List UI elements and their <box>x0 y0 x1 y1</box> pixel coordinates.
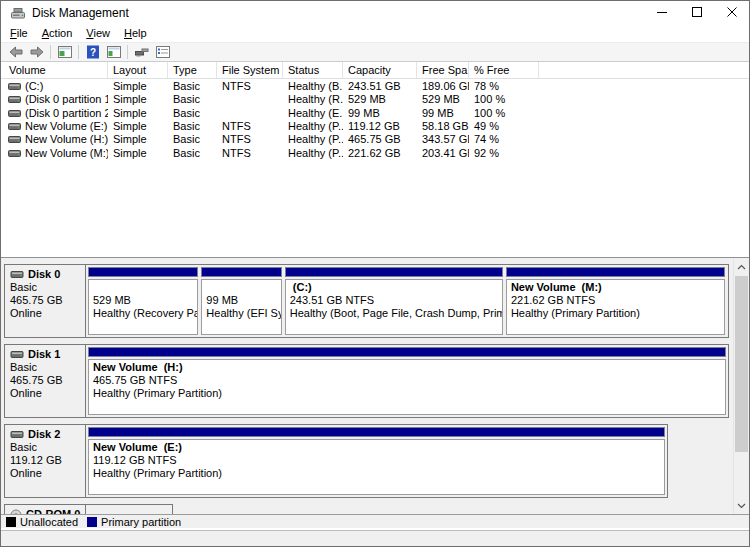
cell-volume: New Volume (E:) <box>1 120 108 133</box>
forward-button[interactable] <box>26 43 47 61</box>
minimize-button[interactable] <box>644 1 679 24</box>
volume-row[interactable]: (C:)SimpleBasicNTFSHealthy (B...243.51 G… <box>1 80 749 93</box>
cell-layout: Simple <box>108 80 168 93</box>
properties-list-button[interactable] <box>152 43 173 61</box>
volume-list: (C:)SimpleBasicNTFSHealthy (B...243.51 G… <box>1 79 749 160</box>
console-tree-button[interactable] <box>54 43 75 61</box>
disk-row-disk-0: Disk 0Basic465.75 GBOnline529 MBHealthy … <box>4 264 729 338</box>
disk-name: Disk 2 <box>28 428 60 441</box>
column-header-layout[interactable]: Layout <box>108 62 168 78</box>
volume-row[interactable]: (Disk 0 partition 2)SimpleBasicHealthy (… <box>1 107 749 120</box>
legend-bar: UnallocatedPrimary partition <box>1 514 749 528</box>
scrollbar-thumb[interactable] <box>735 276 748 452</box>
partition-health: Healthy (Primary Partition) <box>93 467 664 480</box>
close-button[interactable] <box>714 1 749 24</box>
partition-info-box: New Volume (M:)221.62 GB NTFSHealthy (Pr… <box>506 279 725 335</box>
scroll-up-button[interactable] <box>734 258 749 275</box>
partition[interactable]: 529 MBHealthy (Recovery Partition) <box>88 267 198 335</box>
disk-tool-button[interactable] <box>131 43 152 61</box>
disk-tool-icon <box>134 45 150 59</box>
volume-row[interactable]: New Volume (M:)SimpleBasicNTFSHealthy (P… <box>1 146 749 159</box>
disk-header-cell[interactable]: CD-ROM 0 <box>5 505 86 514</box>
menu-action[interactable]: Action <box>35 26 80 40</box>
cell-layout: Simple <box>108 120 168 133</box>
help-button[interactable]: ? <box>82 43 103 61</box>
cell-capacity: 119.12 GB <box>343 120 417 133</box>
disk-header-cell[interactable]: Disk 0Basic465.75 GBOnline <box>5 265 86 337</box>
cell-layout: Simple <box>108 107 168 120</box>
cell-file_system: NTFS <box>217 80 283 93</box>
volume-row[interactable]: New Volume (E:)SimpleBasicNTFSHealthy (P… <box>1 120 749 133</box>
column-header-free_space[interactable]: Free Spa... <box>417 62 469 78</box>
volume-list-header: VolumeLayoutTypeFile SystemStatusCapacit… <box>1 62 749 79</box>
cell-type: Basic <box>168 80 217 93</box>
disk-status: Online <box>10 307 85 320</box>
partition[interactable]: (C:)243.51 GB NTFSHealthy (Boot, Page Fi… <box>285 267 503 335</box>
chevron-down-icon <box>737 503 746 509</box>
menu-view[interactable]: View <box>79 26 117 40</box>
partition-size: 243.51 GB NTFS <box>290 294 502 307</box>
volume-list-pane: VolumeLayoutTypeFile SystemStatusCapacit… <box>1 62 749 258</box>
legend-label: Unallocated <box>20 516 78 528</box>
column-header-pct_free[interactable]: % Free <box>469 62 539 78</box>
cell-free_space: 58.18 GB <box>417 120 469 133</box>
partition[interactable]: New Volume (E:)119.12 GB NTFSHealthy (Pr… <box>88 427 665 495</box>
menu-file[interactable]: File <box>3 26 35 40</box>
cell-status: Healthy (P... <box>283 147 343 160</box>
action-pane-icon <box>106 45 122 59</box>
column-header-file_system[interactable]: File System <box>217 62 283 78</box>
cell-free_space: 343.57 GB <box>417 133 469 146</box>
disk-icon <box>10 431 24 438</box>
disk-size: 465.75 GB <box>10 294 85 307</box>
partition[interactable]: New Volume (M:)221.62 GB NTFSHealthy (Pr… <box>506 267 725 335</box>
cell-status: Healthy (R... <box>283 93 343 106</box>
cell-pct_free: 74 % <box>469 133 539 146</box>
disk-header-cell[interactable]: Disk 1Basic465.75 GBOnline <box>5 345 86 417</box>
cell-free_space: 203.41 GB <box>417 147 469 160</box>
column-header-volume[interactable]: Volume <box>1 62 108 78</box>
partition[interactable]: New Volume (H:)465.75 GB NTFSHealthy (Pr… <box>88 347 726 415</box>
status-bar <box>1 530 749 546</box>
cell-capacity: 465.75 GB <box>343 133 417 146</box>
disk-row-disk-2: Disk 2Basic119.12 GBOnlineNew Volume (E:… <box>4 424 668 498</box>
column-header-status[interactable]: Status <box>283 62 343 78</box>
cell-pct_free: 49 % <box>469 120 539 133</box>
partition-size: 99 MB <box>206 294 280 307</box>
cell-layout: Simple <box>108 147 168 160</box>
title-bar: Disk Management <box>1 1 749 24</box>
column-header-type[interactable]: Type <box>168 62 217 78</box>
menu-help[interactable]: Help <box>117 26 154 40</box>
volume-row[interactable]: (Disk 0 partition 1)SimpleBasicHealthy (… <box>1 93 749 106</box>
action-pane-button[interactable] <box>103 43 124 61</box>
cell-volume: (C:) <box>1 80 108 93</box>
partition-info-box: 99 MBHealthy (EFI System Partition) <box>201 279 281 335</box>
cell-volume: (Disk 0 partition 2) <box>1 107 108 120</box>
back-button[interactable] <box>5 43 26 61</box>
close-icon <box>724 4 740 22</box>
partition-health: Healthy (EFI System Partition) <box>206 307 280 320</box>
minimize-icon <box>654 4 670 22</box>
partition-size: 119.12 GB NTFS <box>93 454 664 467</box>
disk-header-cell[interactable]: Disk 2Basic119.12 GBOnline <box>5 425 86 497</box>
disk-size: 119.12 GB <box>10 454 85 467</box>
maximize-icon <box>689 4 705 22</box>
forward-icon <box>29 45 45 59</box>
partition-name: New Volume (E:) <box>93 441 664 454</box>
maximize-button[interactable] <box>679 1 714 24</box>
column-header-capacity[interactable]: Capacity <box>343 62 417 78</box>
partition-color-band <box>285 267 503 277</box>
toolbar-separator <box>50 45 51 59</box>
partition[interactable]: 99 MBHealthy (EFI System Partition) <box>201 267 281 335</box>
column-header-filler <box>539 62 749 78</box>
volume-name: (Disk 0 partition 2) <box>25 107 108 120</box>
volume-drive-icon <box>8 96 21 103</box>
cell-free_space: 529 MB <box>417 93 469 106</box>
partition-name: New Volume (H:) <box>93 361 725 374</box>
disk-row-cd-rom-0: CD-ROM 0 <box>4 504 173 514</box>
vertical-scrollbar[interactable] <box>733 258 749 514</box>
volume-row[interactable]: New Volume (H:)SimpleBasicNTFSHealthy (P… <box>1 133 749 146</box>
volume-drive-icon <box>8 83 21 90</box>
cell-volume: (Disk 0 partition 1) <box>1 93 108 106</box>
scroll-down-button[interactable] <box>734 497 749 514</box>
cell-capacity: 221.62 GB <box>343 147 417 160</box>
